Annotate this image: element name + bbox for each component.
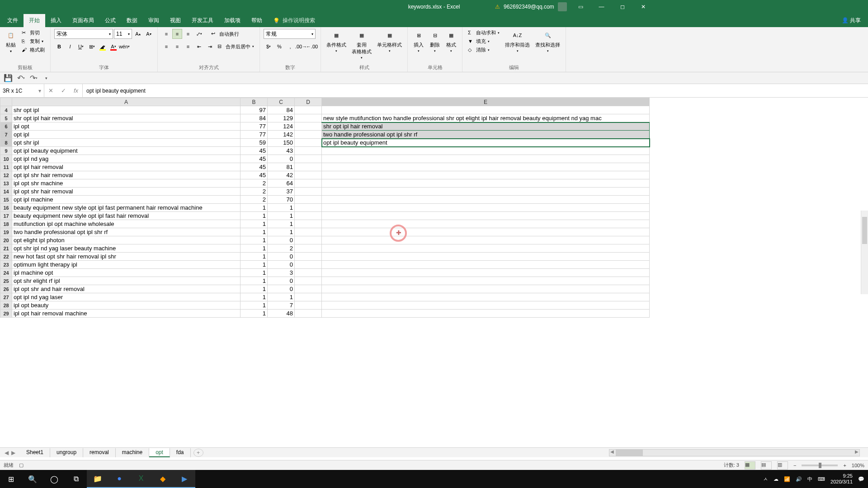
undo-button[interactable]: ↶▾ — [16, 74, 25, 83]
col-header-D[interactable]: D — [295, 98, 322, 106]
cell[interactable]: 1 — [268, 220, 295, 228]
cell[interactable] — [295, 179, 322, 188]
minimize-button[interactable]: — — [591, 0, 612, 14]
cell[interactable]: 2 — [268, 244, 295, 253]
align-bottom-button[interactable]: ≡ — [183, 29, 193, 39]
tab-file[interactable]: 文件 — [2, 14, 24, 27]
cell[interactable]: 1 — [241, 204, 268, 212]
cell[interactable] — [295, 244, 322, 253]
cell[interactable]: 3 — [268, 269, 295, 277]
autosum-button[interactable]: Σ自动求和▾ — [466, 29, 501, 37]
cloud-icon[interactable]: ☁ — [774, 476, 778, 482]
cell[interactable]: 1 — [268, 212, 295, 220]
cell[interactable]: 1 — [268, 228, 295, 236]
cell[interactable] — [322, 155, 650, 163]
cell[interactable]: 84 — [241, 114, 268, 122]
cell[interactable] — [295, 301, 322, 310]
row-header[interactable]: 27 — [0, 293, 12, 301]
tab-layout[interactable]: 页面布局 — [67, 14, 99, 27]
cell[interactable]: 45 — [241, 171, 268, 179]
cell[interactable]: 0 — [268, 253, 295, 261]
cell[interactable]: 7 — [268, 301, 295, 310]
view-pagebreak-button[interactable]: ▥ — [777, 461, 788, 469]
cell[interactable]: two handle professional opt ipl shr rf — [12, 228, 241, 236]
zoom-out-button[interactable]: − — [793, 463, 796, 468]
wifi-icon[interactable]: 📶 — [784, 476, 790, 482]
cell[interactable] — [322, 277, 650, 285]
cell[interactable] — [322, 147, 650, 155]
cell[interactable]: mutifunction ipl opt machine wholesale — [12, 220, 241, 228]
sheet-nav-first[interactable]: ◀ — [5, 450, 9, 456]
sheet-tab[interactable]: removal — [83, 448, 116, 457]
increase-decimal-button[interactable]: .00→ — [296, 42, 306, 52]
tray-expand-icon[interactable]: ㅅ — [763, 476, 768, 483]
cell[interactable] — [295, 188, 322, 196]
fill-button[interactable]: ▼填充▾ — [466, 38, 501, 45]
tab-addin[interactable]: 加载项 — [219, 14, 246, 27]
cell[interactable]: 124 — [268, 122, 295, 131]
cell[interactable] — [322, 188, 650, 196]
cell[interactable] — [322, 310, 650, 318]
cell[interactable] — [295, 139, 322, 147]
select-all-corner[interactable] — [0, 98, 12, 106]
clock[interactable]: 9:25 2020/3/11 — [830, 473, 853, 485]
cell[interactable]: 0 — [268, 236, 295, 244]
cell[interactable]: new hot fast opt shr hair removal ipl sh… — [12, 253, 241, 261]
formula-input[interactable]: opt ipl beauty equipment — [83, 84, 868, 97]
fill-color-button[interactable]: ◢▾ — [98, 42, 108, 52]
cell[interactable] — [322, 253, 650, 261]
explorer-app[interactable]: 📁 — [87, 470, 108, 488]
cell[interactable] — [295, 114, 322, 122]
cell[interactable]: ipl opt shr and hair removal — [12, 285, 241, 293]
comma-button[interactable]: , — [285, 42, 295, 52]
cell[interactable]: opt shr elight rf ipl — [12, 277, 241, 285]
confirm-entry-button[interactable]: ✓ — [57, 87, 70, 94]
cell[interactable]: two handle professional opt ipl shr rf — [322, 131, 650, 139]
cell[interactable]: 77 — [241, 131, 268, 139]
row-header[interactable]: 6 — [0, 122, 12, 131]
cell[interactable]: opt shr ipl nd yag laser beauty machine — [12, 244, 241, 253]
cell[interactable] — [295, 163, 322, 171]
align-right-button[interactable]: ≡ — [183, 42, 193, 52]
cell[interactable]: 84 — [268, 106, 295, 114]
cell[interactable]: 37 — [268, 188, 295, 196]
phonetic-button[interactable]: wén▾ — [119, 42, 129, 52]
cell[interactable]: opt ipl machine — [12, 196, 241, 204]
cell[interactable]: 45 — [241, 147, 268, 155]
cell[interactable]: 1 — [268, 293, 295, 301]
paste-button[interactable]: 📋 粘贴 ▾ — [4, 29, 18, 54]
cell[interactable]: 1 — [241, 269, 268, 277]
align-left-button[interactable]: ≡ — [161, 42, 171, 52]
find-select-button[interactable]: 🔍查找和选择▾ — [533, 29, 562, 54]
row-header[interactable]: 23 — [0, 261, 12, 269]
cell[interactable] — [295, 106, 322, 114]
redo-button[interactable]: ↷▾ — [29, 74, 38, 83]
cell[interactable]: 1 — [241, 277, 268, 285]
cell[interactable] — [295, 285, 322, 293]
cell[interactable] — [322, 301, 650, 310]
cell[interactable] — [322, 220, 650, 228]
cell[interactable]: 1 — [268, 204, 295, 212]
cell[interactable]: 1 — [241, 244, 268, 253]
row-header[interactable]: 29 — [0, 310, 12, 318]
cell[interactable]: opt ipl nd yag — [12, 155, 241, 163]
cell[interactable]: 59 — [241, 139, 268, 147]
cell-styles-button[interactable]: ▦单元格样式▾ — [375, 29, 404, 54]
row-header[interactable]: 21 — [0, 244, 12, 253]
cell[interactable]: ipl opt hair removal machine — [12, 310, 241, 318]
cell[interactable] — [322, 261, 650, 269]
cell[interactable]: 42 — [268, 171, 295, 179]
row-header[interactable]: 4 — [0, 106, 12, 114]
zoom-slider[interactable] — [802, 465, 838, 466]
sheet-tab[interactable]: Sheet1 — [20, 448, 50, 457]
font-size-select[interactable]: 11▾ — [114, 29, 132, 39]
copy-button[interactable]: ⎘复制▾ — [20, 38, 47, 45]
notifications-icon[interactable]: 💬 — [858, 476, 864, 482]
cell[interactable]: 1 — [241, 285, 268, 293]
cell[interactable] — [322, 204, 650, 212]
decrease-indent-button[interactable]: ⇤ — [194, 42, 204, 52]
cell[interactable]: ipl opt shr hair removal — [12, 188, 241, 196]
cell[interactable] — [295, 228, 322, 236]
delete-cells-button[interactable]: ⊟删除▾ — [428, 29, 442, 54]
insert-function-button[interactable]: fx — [70, 87, 82, 94]
